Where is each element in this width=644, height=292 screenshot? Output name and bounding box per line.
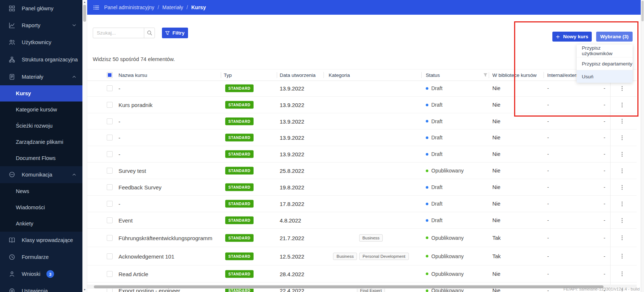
table-row: Read ArticleSTANDARD28.4.2022Opublikowan… (87, 266, 637, 282)
horizontal-scrollbar-thumb[interactable] (94, 285, 604, 288)
row-actions-kebab-icon[interactable] (618, 253, 626, 260)
breadcrumb-item-admin[interactable]: Panel administracyjny (104, 4, 154, 10)
sidebar-item-wnioski[interactable]: Wnioski3 (0, 266, 82, 282)
table-row: Acknowledgement 101STANDARD12.5.2022Busi… (87, 247, 637, 266)
status-cell: Draft (426, 151, 442, 157)
row-actions-kebab-icon[interactable] (618, 118, 626, 125)
row-checkbox[interactable] (107, 135, 113, 140)
row-checkbox[interactable] (107, 118, 113, 124)
sidebar-item-kursy[interactable]: Kursy (0, 85, 82, 102)
row-actions-kebab-icon[interactable] (618, 200, 626, 207)
row-checkbox[interactable] (107, 184, 113, 190)
in-library-cell: Nie (492, 118, 500, 124)
sidebar-item-klasy-wprowadzaj-ce[interactable]: Klasy wprowadzające (0, 232, 82, 249)
materials-icon (9, 74, 15, 80)
row-actions-kebab-icon[interactable] (618, 150, 626, 158)
sidebar-item-kategorie-kurs-w[interactable]: Kategorie kursów (0, 102, 82, 118)
status-dot-icon (426, 273, 428, 275)
sidebar-item-ustawienia[interactable]: Ustawienia (0, 282, 82, 292)
search-icon[interactable] (144, 28, 155, 38)
sidebar-item-formularze[interactable]: Formularze (0, 249, 82, 266)
column-header-library[interactable]: W bibliotece kursów (492, 72, 537, 78)
scroll-down-icon[interactable] (82, 288, 87, 292)
sidebar-item-panel-g-wny[interactable]: Panel główny (0, 0, 82, 17)
row-checkbox[interactable] (107, 253, 113, 259)
sidebar-item-materia-y[interactable]: Materiały (0, 68, 82, 85)
column-header-status[interactable]: Status (426, 72, 440, 78)
status-label: Draft (431, 102, 442, 108)
sidebar-item-komunikacja[interactable]: Komunikacja (0, 166, 82, 183)
sidebar-item-ankiety[interactable]: Ankiety (0, 216, 82, 232)
search-input[interactable] (93, 28, 144, 38)
sidebar-item-zarz-dzanie-plikami[interactable]: Zarządzanie plikami (0, 134, 82, 150)
table-row: EventSTANDARD4.8.2022DraftNie-- (87, 212, 637, 229)
row-actions-kebab-icon[interactable] (618, 270, 626, 278)
row-checkbox[interactable] (107, 168, 113, 174)
sidebar-item-raporty[interactable]: Raporty (0, 17, 82, 34)
row-actions-kebab-icon[interactable] (618, 85, 626, 92)
status-label: Draft (431, 151, 442, 157)
row-actions-kebab-icon[interactable] (618, 217, 626, 224)
extra-cell: - (586, 184, 605, 190)
internal-external-cell: - (547, 201, 549, 207)
internal-external-cell: - (547, 253, 549, 259)
row-checkbox[interactable] (107, 85, 113, 91)
status-cell: Draft (426, 217, 442, 223)
dropdown-item-usu-[interactable]: Usuń (577, 70, 633, 83)
dropdown-item-przypisz-u-ytkownik-w[interactable]: Przypisz użytkowników (577, 44, 633, 57)
chevron-down-icon (72, 23, 77, 28)
sidebar-scrollbar-thumb[interactable] (83, 5, 86, 22)
menu-icon[interactable] (93, 4, 99, 11)
select-all-checkbox[interactable] (107, 72, 113, 78)
status-cell: Opublikowany (426, 271, 464, 277)
table-row: Feedback SurveySTANDARD19.8.2022DraftNie… (87, 179, 637, 196)
sidebar-item--cie-ki-rozwoju[interactable]: Ścieżki rozwoju (0, 118, 82, 134)
row-actions-kebab-icon[interactable] (618, 101, 626, 108)
course-name-cell: Read Article (118, 271, 148, 277)
sidebar-item-document-flows[interactable]: Document Flows (0, 150, 82, 166)
row-checkbox[interactable] (107, 217, 113, 223)
created-date-cell: 25.8.2022 (280, 168, 304, 174)
column-header-type[interactable]: Typ (224, 72, 232, 78)
sidebar-item-u-ytkownicy[interactable]: Użytkownicy (0, 34, 82, 51)
status-dot-icon (426, 120, 428, 122)
row-checkbox[interactable] (107, 102, 113, 108)
in-library-cell: Nie (492, 217, 500, 223)
table-row: Survey testSTANDARD25.8.2022Opublikowany… (87, 163, 637, 179)
row-actions-kebab-icon[interactable] (618, 167, 626, 174)
row-checkbox[interactable] (107, 235, 113, 241)
table-header: Nazwa kursu Typ Data utworzenia Kategori… (87, 69, 637, 81)
row-checkbox[interactable] (107, 271, 113, 277)
breadcrumb-item-materials[interactable]: Materiały (162, 4, 183, 10)
column-header-created[interactable]: Data utworzenia (280, 72, 316, 78)
selected-button[interactable]: Wybrane (3) (596, 32, 633, 42)
course-name-cell: - (118, 118, 120, 124)
filters-button[interactable]: Filtry (162, 28, 188, 38)
course-type-badge: STANDARD (225, 234, 254, 242)
extra-cell: - (586, 135, 605, 140)
scroll-up-icon[interactable] (82, 0, 87, 4)
sidebar-item-wiadomo-ci[interactable]: Wiadomości (0, 199, 82, 216)
row-checkbox[interactable] (107, 151, 113, 157)
sidebar-item-label: Struktura organizacyjna (22, 57, 78, 63)
vertical-scrollbar-thumb[interactable] (641, 1, 644, 21)
status-dot-icon (426, 104, 428, 106)
row-actions-kebab-icon[interactable] (618, 234, 626, 242)
sidebar-item-news[interactable]: News (0, 183, 82, 199)
row-actions-kebab-icon[interactable] (618, 134, 626, 141)
status-filter-icon[interactable] (483, 73, 488, 77)
column-header-category[interactable]: Kategoria (329, 72, 350, 78)
status-label: Draft (431, 85, 442, 91)
vertical-scrollbar[interactable] (641, 0, 644, 292)
dropdown-item-przypisz-departamenty[interactable]: Przypisz departamenty (577, 57, 633, 70)
grid-icon (9, 6, 15, 12)
row-checkbox[interactable] (107, 201, 113, 207)
sidebar-scrollbar[interactable] (82, 0, 87, 292)
internal-external-cell: - (547, 85, 549, 91)
column-header-name[interactable]: Nazwa kursu (118, 72, 147, 78)
sidebar-item-struktura-organizacyjna[interactable]: Struktura organizacyjna (0, 51, 82, 68)
new-course-button[interactable]: Nowy kurs (552, 32, 592, 42)
internal-external-cell: - (547, 271, 549, 277)
extra-cell: - (586, 235, 605, 241)
row-actions-kebab-icon[interactable] (618, 184, 626, 191)
